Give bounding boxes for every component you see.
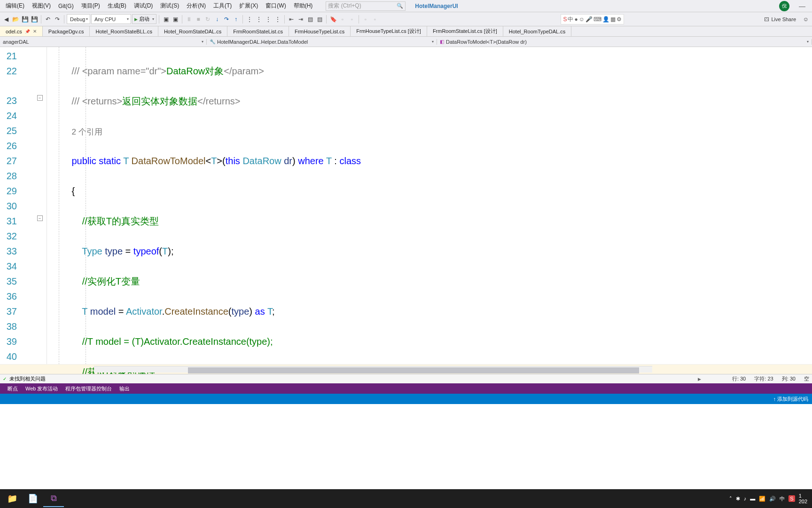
menu-extensions[interactable]: 扩展(X) xyxy=(235,0,262,12)
uncomment-icon[interactable]: ▤ xyxy=(315,15,324,24)
platform-dropdown[interactable]: Any CPU xyxy=(91,14,131,24)
step-out-icon[interactable]: ↑ xyxy=(232,15,240,24)
ime-toolbar[interactable]: S 中 ● ☺ 🎤 ⌨ 👤 ▦ ⚙ xyxy=(561,14,624,24)
save-icon[interactable]: 💾 xyxy=(21,15,29,24)
tab[interactable]: FrmHouseTypeList.cs xyxy=(289,26,351,36)
battery-icon[interactable]: ▬ xyxy=(750,496,755,501)
tab-label: odel.cs xyxy=(6,29,22,34)
undo-icon[interactable]: ↶ xyxy=(44,15,52,24)
tool-icon[interactable]: ▣ xyxy=(162,15,170,24)
menu-analyze[interactable]: 分析(N) xyxy=(183,0,210,12)
start-button[interactable]: ▶启动▾ xyxy=(132,14,156,24)
nav-method-dropdown[interactable]: ◧DataRowToModel<T>(DataRow dr) xyxy=(437,39,812,45)
user-badge[interactable]: 倪 xyxy=(779,1,789,11)
tab-active[interactable]: odel.cs📌✕ xyxy=(0,26,43,36)
menu-build[interactable]: 生成(B) xyxy=(104,0,130,12)
code-area[interactable]: /// <param name="dr">DataRow对象</param> /… xyxy=(47,47,812,374)
ime-indicator[interactable]: 中 xyxy=(780,495,785,502)
bookmark-icon[interactable]: 🔖 xyxy=(329,15,337,24)
scrollbar-thumb[interactable] xyxy=(188,367,639,373)
redo-icon[interactable]: ↷ xyxy=(53,15,62,24)
tab-label: FrmHouseTypeList.cs [设计] xyxy=(356,28,421,35)
comment-icon[interactable]: ▤ xyxy=(306,15,314,24)
close-icon[interactable]: ✕ xyxy=(33,29,37,34)
chevron-right-icon[interactable]: ▶ xyxy=(698,377,701,381)
tab[interactable]: Hotel_RoomTypeDAL.cs xyxy=(503,26,571,36)
tab[interactable]: Hotel_RoomStateBLL.cs xyxy=(90,26,158,36)
panel-tab[interactable]: 断点 xyxy=(4,385,22,392)
separator xyxy=(182,15,182,24)
tab[interactable]: FrmHouseTypeList.cs [设计] xyxy=(351,26,427,36)
method-icon: ◧ xyxy=(440,39,444,44)
indent-icon[interactable]: ⇤ xyxy=(287,15,296,24)
visual-studio-icon[interactable]: ⧉ xyxy=(43,490,64,507)
pin-icon[interactable]: 📌 xyxy=(25,29,30,34)
status-bar: ↑ 添加到源代码 xyxy=(0,394,812,404)
tray-icon[interactable]: ♪ xyxy=(744,496,747,501)
status-col-label: 列: 30 xyxy=(782,375,796,382)
tab[interactable]: Hotel_RoomStateDAL.cs xyxy=(158,26,227,36)
ime-icon: 🎤 xyxy=(586,16,593,23)
menu-project[interactable]: 项目(P) xyxy=(78,0,104,12)
status-extra: 空 xyxy=(804,375,809,382)
fold-column: − − xyxy=(33,47,47,374)
tab[interactable]: PackageDgv.cs xyxy=(43,26,90,36)
clock[interactable]: 1202 xyxy=(799,493,807,504)
app-icon[interactable]: 📄 xyxy=(23,490,43,507)
tool-icon: ▫ xyxy=(348,15,356,24)
chevron-up-icon[interactable]: ˄ xyxy=(729,496,732,502)
fold-toggle[interactable]: − xyxy=(37,95,43,101)
tool-icon[interactable]: ⋮ xyxy=(273,15,282,24)
codelens-references[interactable]: 2 个引用 xyxy=(71,127,102,136)
minimize-button[interactable]: — xyxy=(794,0,810,13)
menu-view[interactable]: 视图(V) xyxy=(28,0,55,12)
menu-test[interactable]: 测试(S) xyxy=(156,0,183,12)
file-explorer-icon[interactable]: 📁 xyxy=(2,490,23,507)
menu-window[interactable]: 窗口(W) xyxy=(262,0,289,12)
ime-logo-icon: S xyxy=(563,16,567,23)
save-all-icon[interactable]: 💾 xyxy=(30,15,39,24)
open-folder-icon[interactable]: 📂 xyxy=(11,15,20,24)
ime-icon: ▦ xyxy=(610,16,616,23)
code-editor[interactable]: 2122232425262728293031323334353637383940… xyxy=(0,47,812,374)
step-into-icon[interactable]: ↓ xyxy=(213,15,221,24)
menu-help[interactable]: 帮助(H) xyxy=(290,0,317,12)
nav-class-dropdown[interactable]: 🔧HotelManagerDAL.Helper.DataToModel xyxy=(207,39,437,45)
issues-bar: ✓ 未找到相关问题 ▶ 行: 30 字符: 23 列: 30 空 xyxy=(0,374,812,383)
ok-icon: ✓ xyxy=(3,376,7,381)
wifi-icon[interactable]: 📶 xyxy=(759,496,765,502)
tool-icon[interactable]: ⋮ xyxy=(245,15,254,24)
sogou-icon[interactable]: S xyxy=(789,495,795,502)
menu-edit[interactable]: 编辑(E) xyxy=(2,0,28,12)
panel-tab[interactable]: 程序包管理器控制台 xyxy=(62,385,116,392)
separator xyxy=(284,15,285,24)
nav-project-dropdown[interactable]: anagerDAL xyxy=(0,39,207,45)
app-title: HotelManagerUI xyxy=(415,3,458,9)
panel-tab[interactable]: 输出 xyxy=(116,385,133,392)
tray-icon[interactable]: ✱ xyxy=(736,496,740,502)
tool-icon[interactable]: ⋮ xyxy=(264,15,273,24)
add-to-source-button[interactable]: ↑ 添加到源代码 xyxy=(773,396,808,403)
horizontal-scrollbar[interactable] xyxy=(94,366,652,373)
step-over-icon[interactable]: ↷ xyxy=(222,15,231,24)
indent-icon[interactable]: ⇥ xyxy=(297,15,305,24)
config-dropdown[interactable]: Debug xyxy=(67,14,90,24)
nav-back-icon[interactable]: ◀ xyxy=(2,15,10,24)
live-share-icon: ⮹ xyxy=(764,16,769,22)
system-tray[interactable]: ˄ ✱ ♪ ▬ 📶 🔊 中 S 1202 xyxy=(729,493,810,504)
menu-debug[interactable]: 调试(D) xyxy=(130,0,157,12)
volume-icon[interactable]: 🔊 xyxy=(769,496,776,502)
panel-tab[interactable]: Web 发布活动 xyxy=(22,385,62,392)
tool-icon[interactable]: ▣ xyxy=(171,15,180,24)
separator xyxy=(64,15,64,24)
fold-toggle[interactable]: − xyxy=(37,215,43,221)
feedback-icon[interactable]: ☺ xyxy=(802,15,810,24)
menu-tools[interactable]: 工具(T) xyxy=(210,0,235,12)
tab[interactable]: FrmRoomStateList.cs xyxy=(227,26,289,36)
tab[interactable]: FrmRoomStateList.cs [设计] xyxy=(427,26,503,36)
search-input[interactable]: 搜索 (Ctrl+Q) 🔍 xyxy=(326,1,406,11)
tab-label: Hotel_RoomStateDAL.cs xyxy=(164,29,221,34)
menu-git[interactable]: Git(G) xyxy=(55,1,78,11)
live-share-button[interactable]: ⮹ Live Share xyxy=(764,16,796,22)
tool-icon[interactable]: ⋮ xyxy=(255,15,263,24)
